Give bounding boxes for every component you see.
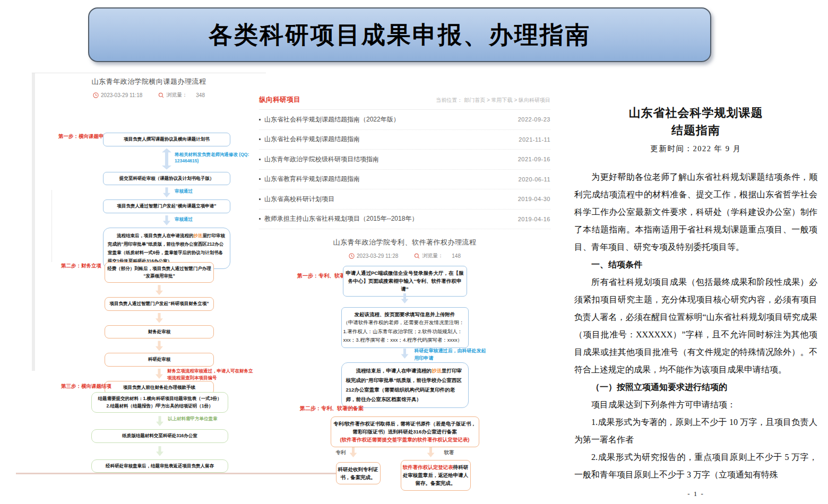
arrow-down-icon — [401, 349, 409, 359]
flow-box: 软件著作权认定登记表待科研处审核盖章后，返还给申请人留存。备案完成。 — [401, 460, 471, 491]
list-item: 山东省社会科学规划课题结题指南（2022年版） 2022-09-23 — [259, 110, 550, 130]
list-item-link[interactable]: 山东省高校科研计划项目 — [259, 195, 334, 204]
list-item: 山东省高校科研计划项目 2019-04-30 — [259, 189, 550, 210]
list-item-date: 2020-06-11 — [519, 176, 550, 183]
list-item-title: 山东青年政治学院校级科研项目结项指南 — [264, 155, 379, 164]
article-title: 山东青年政治学院专利、软件著作权办理流程 — [259, 238, 550, 247]
paragraph: 所有省社科规划项目成果（包括最终成果和阶段性成果）必须紧扣项目研究主题，充分体现… — [574, 273, 817, 378]
flow-box: 经科研处审核盖章后，结题审批表返还项目负责人留存 — [91, 459, 228, 473]
flow-box-text: 流程结束后，项目负责人在申请流程的 — [117, 233, 194, 238]
left-article-page: 山东青年政治学院横向课题办理流程 2023-03-29 11:18 浏览量： 3… — [32, 73, 266, 475]
flow-box: 提交至科研处审核（课题协议及计划书电子版） — [103, 172, 230, 186]
arrow-down-icon — [156, 285, 163, 295]
flow-connector: 审核通过 — [103, 185, 230, 199]
paragraph: 1.成果形式为专著的，原则上不少于 10 万字，且项目负责人为第一署名作者 — [574, 413, 817, 448]
document-title-line2: 结题指南 — [574, 121, 817, 139]
list-item-title: 山东省社会科学规划课题结题指南（2022年版） — [264, 115, 400, 124]
document-title-line1: 山东省社会科学规划课题 — [574, 104, 817, 121]
list-item-link[interactable]: 山东省社会科学规划课题结题指南（2022年版） — [259, 115, 400, 124]
patent-flowchart: 第一步：专利、软著申请 申请人通过PC端或微信企业号登录服务大厅，在【服务中心】… — [259, 263, 550, 499]
flow-box: 结题需要提交的材料：1.横向科研项目结题审批表（一式3份） 2.结题材料（结题报… — [91, 392, 228, 413]
flow-connector: 将相关材料发负责老师沟通修改 (QQ: 123464615) — [103, 146, 230, 172]
highlighted-term: 抄送 — [194, 233, 203, 238]
flow-box-text: 专利/软件著作权证书取得后，需将证书原件（若是电子版证书，需彩印版证书）送到科研… — [333, 421, 476, 435]
document-title: 山东省社会科学规划课题 结题指南 — [574, 104, 817, 139]
list-item-link[interactable]: 山东青年政治学院校级科研项目结项指南 — [259, 155, 379, 164]
flow-box: 科研处收到专利证书，备案完成。 — [336, 462, 381, 484]
flow-box: 项目负责人通过智慧门户发起“横向课题立项申请” — [103, 199, 230, 213]
flow-box: 纸质版结题材料交至科研处316办公室 — [91, 429, 228, 443]
flow-box-text: 结题需要提交的材料：1.横向科研项目结题审批表（一式3份） — [93, 395, 226, 403]
banner-title: 各类科研项目成果申报、办理指南 — [209, 19, 591, 51]
subsection-heading: （一）按照立项通知要求进行结项的 — [574, 378, 817, 396]
flow-connector — [427, 447, 435, 457]
middle-webpage: 纵向科研项目 当前位置： 部门首页 > 常用下载 > 纵向科研项目 山东省社会科… — [259, 95, 550, 499]
flow-box: 财务处审核 — [105, 325, 214, 339]
flow-box: 经费（部分）到账后，项目负责人通过智慧门户办理“发票领用审批” — [105, 262, 214, 283]
bullet-icon — [259, 198, 261, 200]
breadcrumb[interactable]: 当前位置： 部门首页 > 常用下载 > 纵向科研项目 — [436, 97, 550, 104]
list-item-date: 2019-04-30 — [518, 196, 550, 202]
flow-box: 发起该流程、按页面要求填写信息并上传附件 （申请软件著作权的老师，还需要在开发情… — [341, 307, 469, 348]
step3-label: 第三步：横向课题结项 — [61, 383, 111, 390]
flow-box-text: 2.结题材料（结题报告）/甲方出具的结项证明（1份） — [93, 403, 226, 410]
banner: 各类科研项目成果申报、办理指南 — [88, 7, 711, 62]
list-item-link[interactable]: 山东省教育科学规划课题结题指南 — [259, 175, 360, 184]
flow-box-text: （申请软件著作权的老师，还需要在开发情况里注明：1.著作权人：山东青年政治学院；… — [343, 318, 467, 345]
flow-connector — [91, 443, 228, 459]
flow-connector: 以上材料需甲方单位盖章 — [91, 413, 228, 429]
branch-label-patent: 专利 — [336, 449, 346, 456]
arrow-down-icon — [156, 446, 163, 456]
arrow-down-icon — [156, 341, 163, 351]
flow-box: 申请人通过PC端或微信企业号登录服务大厅，在【服务中心】页面或搜索框中输入“专利… — [343, 266, 467, 297]
article-title: 山东青年政治学院横向课题办理流程 — [32, 77, 266, 86]
list-item: 山东省社会科学规划课题结题指南 2021-11-11 — [259, 130, 550, 150]
flow-step3-closure: 结题需要提交的材料：1.横向科研项目结题审批表（一式3份） 2.结题材料（结题报… — [91, 392, 228, 473]
flow-connector — [105, 338, 214, 353]
view-count: 浏览量： 348 — [158, 91, 205, 99]
highlighted-term: 抄送 — [432, 368, 442, 373]
flow-box-text: 流程结束后，申请人在申请流程的 — [356, 368, 432, 373]
publish-time-text: 2023-03-29 11:28 — [357, 253, 398, 259]
flow-note: 审核通过 — [175, 188, 193, 195]
flow-box: 科研处审核 — [105, 353, 214, 367]
branch-label-software: 软著 — [444, 449, 454, 456]
flow-connector — [401, 293, 409, 303]
list-item-link[interactable]: 教师承担主持山东省社科规划项目（2015年--2018年） — [259, 214, 418, 223]
step2-label: 第二步：财务立项 — [61, 263, 101, 270]
arrow-down-icon — [156, 313, 163, 323]
flow-box: 项目负责人通过智慧门户发起“科研项目财务立项” — [105, 297, 214, 311]
double-arrow-icon — [162, 149, 171, 170]
publish-time: 2023-03-29 11:18 — [93, 92, 142, 98]
bullet-icon — [259, 178, 261, 180]
flow-step1-horizontal-apply: 项目负责人撰写课题协议及横向课题计划书 将相关材料发负责老师沟通修改 (QQ: … — [103, 133, 230, 269]
flow-connector — [105, 283, 214, 297]
flow-connector — [401, 349, 409, 359]
publish-time-text: 2023-03-29 11:18 — [101, 92, 142, 98]
arrow-down-icon — [427, 447, 435, 457]
flow-connector — [350, 447, 357, 457]
paragraph: 2.成果形式为研究报告的，重点项目原则上不少于 5 万字，一般和青年项目原则上不… — [574, 448, 817, 483]
article-meta: 2023-03-29 11:28 浏览量： 148 — [259, 252, 550, 259]
step1-label: 第一步：横向课题申请 — [58, 133, 109, 140]
list-item: 教师承担主持山东省社科规划项目（2015年--2018年） 2019-04-16 — [259, 210, 550, 230]
bullet-icon — [259, 138, 261, 140]
section-title: 纵向科研项目 — [259, 95, 300, 105]
flow-connector: 财务立项流程审核通过，申请人可在财务立项流程里查到本项目编号 — [105, 367, 214, 381]
flow-step2-finance: 经费（部分）到账后，项目负责人通过智慧门户办理“发票领用审批” 项目负责人通过智… — [105, 262, 214, 395]
views-label: 浏览量： — [166, 91, 187, 99]
arrow-down-icon — [156, 369, 163, 379]
views-label: 浏览量： — [422, 252, 443, 259]
right-document-page: 山东省社会科学规划课题 结题指南 更新时间：2022 年 9 月 为更好帮助各位… — [574, 104, 817, 498]
publish-time: 2023-03-29 11:28 — [349, 253, 398, 259]
flow-note: 以上材料需甲方单位盖章 — [168, 415, 218, 422]
section-heading: 一、结项条件 — [574, 256, 817, 273]
views-icon — [414, 253, 420, 259]
views-icon — [158, 92, 164, 98]
document-body: 为更好帮助各位老师了解山东省社科规划课题结项条件，顺利完成结项流程中的材料准备、… — [574, 168, 817, 483]
arrow-down-icon — [350, 447, 357, 457]
flow-box-title: 发起该流程、按页面要求填写信息并上传附件 — [355, 311, 455, 317]
flow-box: 专利/软件著作权证书取得后，需将证书原件（若是电子版证书，需彩印版证书）送到科研… — [331, 416, 479, 447]
list-item-link[interactable]: 山东省社会科学规划课题结题指南 — [259, 135, 360, 144]
flow-note: 科研处审核通过后，由科研处发起用印申请 — [415, 347, 486, 362]
